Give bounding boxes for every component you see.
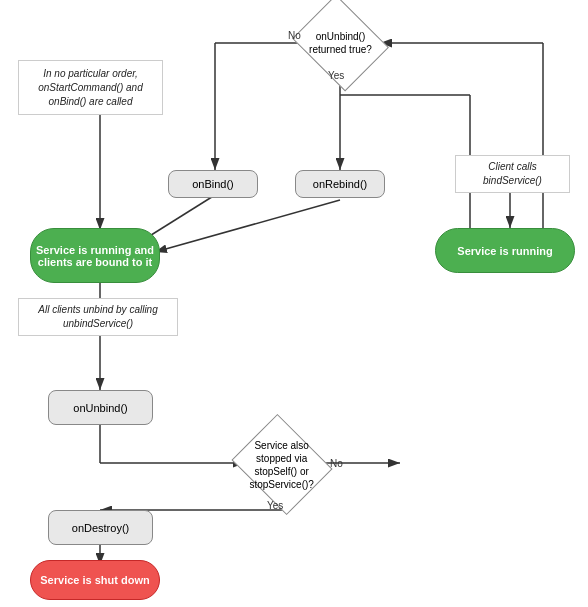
no-label-bottom: No: [330, 458, 343, 469]
onbind-box: onBind(): [168, 170, 258, 198]
no-label-top: No: [288, 30, 301, 41]
service-running-pill: Service is running: [435, 228, 575, 273]
svg-line-6: [155, 200, 340, 252]
service-running-clients-pill: Service is running and clients are bound…: [30, 228, 160, 283]
yes-label-bottom: Yes: [267, 500, 283, 511]
service-shutdown-pill: Service is shut down: [30, 560, 160, 600]
yes-label-top: Yes: [328, 70, 344, 81]
italic-label-unbind: All clients unbind by calling unbindServ…: [18, 298, 178, 336]
ondestroy-box: onDestroy(): [48, 510, 153, 545]
onrebind-box: onRebind(): [295, 170, 385, 198]
italic-label-top: In no particular order, onStartCommand()…: [18, 60, 163, 115]
onunbind-box: onUnbind(): [48, 390, 153, 425]
client-calls-label: Client calls bindService(): [455, 155, 570, 193]
diagram: In no particular order, onStartCommand()…: [0, 0, 588, 607]
